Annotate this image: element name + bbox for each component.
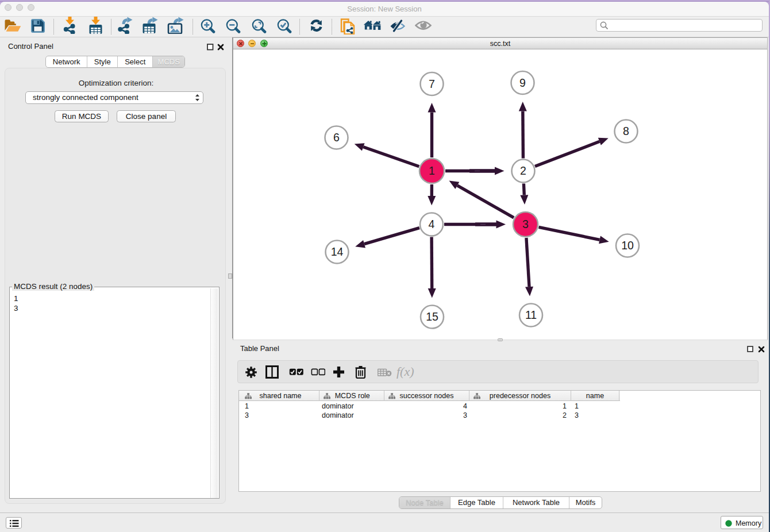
svg-text:1: 1 bbox=[429, 164, 435, 177]
svg-text:3: 3 bbox=[522, 218, 529, 230]
svg-text:7: 7 bbox=[429, 78, 435, 90]
svg-text:10: 10 bbox=[621, 239, 634, 252]
svg-text:9: 9 bbox=[519, 76, 526, 89]
svg-text:14: 14 bbox=[331, 245, 344, 258]
svg-text:11: 11 bbox=[525, 309, 537, 321]
svg-text:15: 15 bbox=[426, 310, 438, 323]
svg-text:8: 8 bbox=[623, 125, 629, 137]
svg-text:4: 4 bbox=[429, 218, 435, 230]
svg-text:6: 6 bbox=[333, 131, 340, 144]
svg-text:2: 2 bbox=[520, 164, 526, 177]
